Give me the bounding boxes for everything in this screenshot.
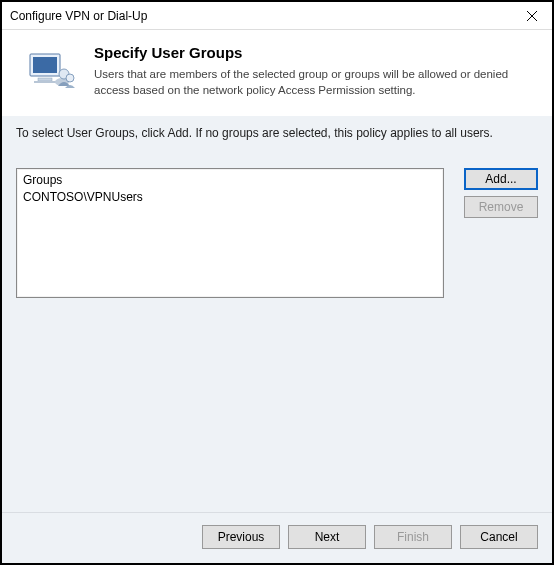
window-title: Configure VPN or Dial-Up [10,9,147,23]
wizard-icon [22,44,78,98]
close-button[interactable] [512,2,552,30]
next-button[interactable]: Next [288,525,366,549]
close-icon [527,11,537,21]
header: Specify User Groups Users that are membe… [2,30,552,116]
header-text: Specify User Groups Users that are membe… [94,44,532,98]
computer-users-icon [24,48,76,96]
body: Groups CONTOSO\VPNUsers Add... Remove [2,150,552,512]
footer: Previous Next Finish Cancel [2,512,552,563]
cancel-button[interactable]: Cancel [460,525,538,549]
finish-button: Finish [374,525,452,549]
instruction-text: To select User Groups, click Add. If no … [2,116,552,150]
side-buttons: Add... Remove [464,168,538,218]
svg-rect-5 [34,81,56,83]
page-description: Users that are members of the selected g… [94,67,532,98]
svg-point-8 [66,74,74,82]
previous-button[interactable]: Previous [202,525,280,549]
add-button[interactable]: Add... [464,168,538,190]
page-heading: Specify User Groups [94,44,532,61]
list-item[interactable]: CONTOSO\VPNUsers [23,189,437,205]
svg-rect-4 [38,78,52,81]
remove-button: Remove [464,196,538,218]
groups-listbox[interactable]: Groups CONTOSO\VPNUsers [16,168,444,298]
svg-rect-3 [33,57,57,73]
titlebar: Configure VPN or Dial-Up [2,2,552,30]
groups-column-header: Groups [23,173,437,187]
